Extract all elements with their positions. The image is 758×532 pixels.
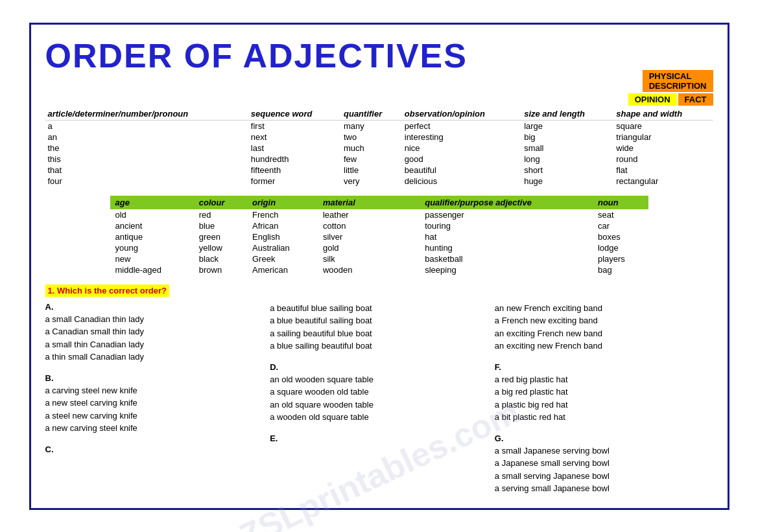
table-cell: boxes	[593, 231, 648, 242]
table-cell	[381, 253, 420, 264]
questions-section: 1. Which is the correct order? A. a smal…	[45, 284, 713, 496]
table-cell: hunting	[420, 242, 593, 253]
table-cell: next	[248, 132, 341, 143]
adj-table: age colour origin material qualifier/pur…	[110, 196, 648, 275]
table-row: fourformerverydelicioushugerectangular	[45, 176, 713, 187]
table-cell: first	[248, 120, 341, 132]
table-cell: leather	[318, 209, 381, 220]
table-cell: the	[45, 143, 248, 154]
list-item: a bit plastic red hat	[495, 411, 713, 424]
table-row: thelastmuchnicesmallwide	[45, 143, 713, 154]
table-cell: that	[45, 165, 248, 176]
table-cell: rectangular	[613, 176, 713, 187]
list-item: a thin small Canadian lady	[45, 351, 264, 364]
list-item: a small serving Japanese bowl	[495, 470, 713, 483]
list-item: a carving steel new knife	[45, 384, 264, 397]
adj-col-empty	[381, 196, 420, 209]
table-cell: seat	[593, 209, 648, 220]
list-item: an new French exciting band	[495, 302, 713, 315]
table-cell: players	[593, 253, 648, 264]
list-item: a blue sailing beautiful boat	[270, 340, 488, 353]
table-cell	[381, 264, 420, 275]
table-cell: green	[194, 231, 247, 242]
table-row: annexttwointerestingbigtriangular	[45, 132, 713, 143]
col-header-shape: shape and width	[613, 108, 713, 121]
table-cell: big	[521, 132, 613, 143]
q-col-2: a beautiful blue sailing boata blue beau…	[270, 301, 488, 496]
col-header-size: size and length	[521, 108, 613, 121]
table-cell: hat	[420, 231, 593, 242]
table-cell: large	[521, 120, 613, 132]
opinion-label: OPINION	[628, 93, 677, 106]
list-item: a new steel carving knife	[45, 397, 264, 410]
list-item: a plastic big red hat	[495, 399, 713, 411]
q-items-col3top: an new French exciting banda French new …	[495, 302, 713, 353]
list-item: a beautiful blue sailing boat	[270, 302, 488, 315]
table-cell: touring	[420, 220, 593, 231]
q-col-3: an new French exciting banda French new …	[495, 301, 713, 496]
table-cell: French	[247, 209, 318, 220]
table-row: ancientblueAfricancottontouringcar	[110, 220, 648, 231]
table-cell: Australian	[247, 242, 318, 253]
table-cell: long	[521, 154, 613, 165]
table-cell: much	[341, 143, 402, 154]
table-cell: nice	[402, 143, 521, 154]
table-row: thishundredthfewgoodlonground	[45, 154, 713, 165]
table-cell: little	[341, 165, 402, 176]
questions-grid: A. a small Canadian thin ladya Canadian …	[45, 301, 713, 496]
list-item: a Canadian small thin lady	[45, 325, 264, 338]
table-cell: short	[521, 165, 613, 176]
table-cell: old	[110, 209, 194, 220]
table-cell: few	[341, 154, 402, 165]
adj-col-noun: noun	[593, 196, 648, 209]
table-cell: African	[247, 220, 318, 231]
table-row: middle-agedbrownAmericanwoodensleepingba…	[110, 264, 648, 275]
table-cell: passenger	[420, 209, 593, 220]
top-table: article/determiner/number/pronoun sequen…	[45, 108, 713, 187]
q-label-G: G.	[495, 434, 713, 443]
labels-container: PHYSICAL DESCRIPTION OPINION FACT	[45, 82, 713, 106]
table-cell: beautiful	[402, 165, 521, 176]
table-cell: a	[45, 120, 248, 132]
table-cell: silk	[318, 253, 381, 264]
table-row: antiquegreenEnglishsilverhatboxes	[110, 231, 648, 242]
col-header-observation: observation/opinion	[402, 108, 521, 121]
table-cell: silver	[318, 231, 381, 242]
q-items-D: an old wooden square tablea square woode…	[270, 373, 488, 424]
list-item: a serving small Japanese bowl	[495, 482, 713, 495]
table-cell: sleeping	[420, 264, 593, 275]
table-row: newblackGreeksilkbasketballplayers	[110, 253, 648, 264]
table-cell	[381, 220, 420, 231]
table-cell: delicious	[402, 176, 521, 187]
q-label-E: E.	[270, 434, 488, 443]
table-cell: huge	[521, 176, 613, 187]
list-item: a small Canadian thin lady	[45, 313, 264, 326]
table-cell: hundredth	[248, 154, 341, 165]
table-row: thatfifteenthlittlebeautifulshortflat	[45, 165, 713, 176]
list-item: a wooden old square table	[270, 411, 488, 424]
q-items-col2top: a beautiful blue sailing boata blue beau…	[270, 302, 488, 353]
list-item: an old square wooden table	[270, 399, 488, 411]
list-item: a small thin Canadian lady	[45, 338, 264, 351]
table-cell: lodge	[593, 242, 648, 253]
list-item: a Japanese small serving bowl	[495, 457, 713, 470]
table-cell: cotton	[318, 220, 381, 231]
table-cell: flat	[613, 165, 713, 176]
table-cell: good	[402, 154, 521, 165]
table-cell: American	[247, 264, 318, 275]
main-page: ORDER OF ADJECTIVES PHYSICAL DESCRIPTION…	[29, 23, 729, 510]
table-cell: very	[341, 176, 402, 187]
table-cell: perfect	[402, 120, 521, 132]
q-label-D: D.	[270, 362, 488, 372]
table-cell: red	[194, 209, 247, 220]
opinion-fact-wrap: OPINION FACT	[628, 93, 713, 106]
table-cell: four	[45, 176, 248, 187]
top-section: PHYSICAL DESCRIPTION OPINION FACT articl…	[45, 82, 713, 187]
table-cell: yellow	[194, 242, 247, 253]
list-item: a blue beautiful sailing boat	[270, 314, 488, 327]
q-label-B: B.	[45, 373, 264, 383]
list-item: a red big plastic hat	[495, 373, 713, 386]
table-cell: wide	[613, 143, 713, 154]
adj-col-colour: colour	[194, 196, 247, 209]
list-item: a small Japanese serving bowl	[495, 445, 713, 457]
